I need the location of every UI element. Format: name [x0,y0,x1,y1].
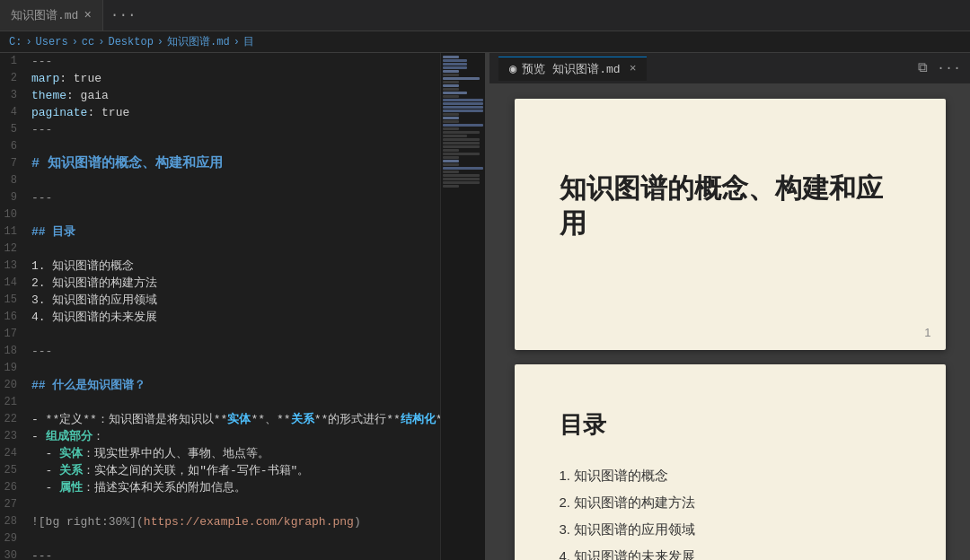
code-line: 19 [0,360,436,377]
line-number: 26 [0,479,31,496]
line-content: 4. 知识图谱的未来发展 [31,309,436,326]
preview-tab[interactable]: ◉ 预览 知识图谱.md × [498,57,647,81]
breadcrumb-sep2: › [72,36,78,48]
preview-more-icon[interactable]: ··· [937,61,961,76]
line-number: 18 [0,343,31,360]
preview-icon: ◉ [509,61,516,76]
slide-section-title: 目录 [560,409,901,441]
line-content: - **定义**：知识图谱是将知识以**实体**、**关系**的形式进行**结构… [31,411,485,428]
line-number: 12 [0,241,31,258]
line-number: 13 [0,258,31,275]
code-line: 6 [0,138,436,155]
line-number: 14 [0,275,31,292]
slide-number: 1 [924,326,930,339]
split-icon[interactable]: ⧉ [918,60,928,76]
slides-area[interactable]: 知识图谱的概念、构建和应用1目录1. 知识图谱的概念2. 知识图谱的构建方法3.… [489,84,970,560]
code-line: 21 [0,394,436,411]
code-line: 7# 知识图谱的概念、构建和应用 [0,155,436,172]
line-number: 10 [0,206,31,223]
code-line: 9--- [0,189,436,206]
line-content: - 实体：现实世界中的人、事物、地点等。 [31,445,436,462]
preview-tab-close[interactable]: × [630,62,637,75]
code-line: 1--- [0,53,436,70]
code-line: 8 [0,172,436,189]
code-line: 23- 组成部分： [0,428,436,445]
breadcrumb-symbol: 目 [243,34,254,49]
breadcrumb-sep4: › [157,36,163,48]
line-number: 7 [0,155,31,172]
code-line: 164. 知识图谱的未来发展 [0,309,436,326]
editor-tab[interactable]: 知识图谱.md × [0,0,103,31]
breadcrumb-users: Users [36,36,68,48]
code-line: 25 - 关系：实体之间的关联，如"作者-写作-书籍"。 [0,462,436,479]
toc-item: 4. 知识图谱的未来发展 [560,543,901,560]
line-content: --- [31,53,436,70]
line-number: 16 [0,309,31,326]
line-number: 2 [0,70,31,87]
code-line: 17 [0,326,436,343]
line-number: 15 [0,292,31,309]
line-number: 8 [0,172,31,189]
breadcrumb-cc: cc [82,36,94,48]
slide-toc: 1. 知识图谱的概念2. 知识图谱的构建方法3. 知识图谱的应用领域4. 知识图… [560,462,901,560]
toc-item: 2. 知识图谱的构建方法 [560,489,901,516]
line-number: 29 [0,530,31,547]
code-line: 28![bg right:30%](https://example.com/kg… [0,513,436,530]
line-number: 3 [0,87,31,104]
slide-card: 知识图谱的概念、构建和应用1 [515,99,946,350]
line-number: 9 [0,189,31,206]
breadcrumb-desktop: Desktop [108,36,153,48]
line-content: --- [31,547,436,560]
minimap [440,53,485,560]
toc-item: 3. 知识图谱的应用领域 [560,516,901,543]
code-line: 142. 知识图谱的构建方法 [0,275,436,292]
tab-group-editor: 知识图谱.md × [0,0,103,31]
line-content: ## 目录 [31,223,436,241]
line-number: 6 [0,138,31,155]
code-line: 131. 知识图谱的概念 [0,258,436,275]
slide-title: 知识图谱的概念、构建和应用 [560,171,901,241]
preview-panel: ◉ 预览 知识图谱.md × ⧉ ··· 知识图谱的概念、构建和应用1目录1. … [489,53,970,560]
breadcrumb-sep3: › [98,36,104,48]
line-number: 17 [0,326,31,343]
code-line: 22- **定义**：知识图谱是将知识以**实体**、**关系**的形式进行**… [0,411,436,428]
line-content: --- [31,343,436,360]
line-content: - 属性：描述实体和关系的附加信息。 [31,479,436,496]
line-content: ## 什么是知识图谱？ [31,377,436,394]
code-line: 5--- [0,121,436,138]
line-content: - 组成部分： [31,428,436,445]
code-line: 24 - 实体：现实世界中的人、事物、地点等。 [0,445,436,462]
preview-header-icons: ⧉ ··· [918,60,961,76]
breadcrumb: C: › Users › cc › Desktop › 知识图谱.md › 目 [0,31,970,53]
preview-tab-label: 预览 知识图谱.md [522,61,620,77]
line-number: 27 [0,496,31,513]
toc-item: 1. 知识图谱的概念 [560,462,901,489]
line-number: 23 [0,428,31,445]
title-bar: 知识图谱.md × ··· [0,0,970,31]
breadcrumb-file: 知识图谱.md [167,34,230,49]
line-number: 19 [0,360,31,377]
line-number: 1 [0,53,31,70]
code-line: 29 [0,530,436,547]
tab-more-button[interactable]: ··· [103,7,144,23]
slide-card: 目录1. 知识图谱的概念2. 知识图谱的构建方法3. 知识图谱的应用领域4. 知… [515,364,946,560]
line-number: 5 [0,121,31,138]
breadcrumb-sep1: › [25,36,31,48]
line-content: 1. 知识图谱的概念 [31,258,436,275]
editor-tab-label: 知识图谱.md [11,7,78,23]
editor-tab-close[interactable]: × [84,8,91,22]
line-content: # 知识图谱的概念、构建和应用 [31,155,436,172]
code-line: 27 [0,496,436,513]
line-content: marp: true [31,70,436,87]
code-line: 153. 知识图谱的应用领域 [0,292,436,309]
line-content: 3. 知识图谱的应用领域 [31,292,436,309]
line-number: 11 [0,223,31,241]
line-number: 21 [0,394,31,411]
line-number: 30 [0,547,31,560]
breadcrumb-c: C: [9,36,22,48]
line-number: 28 [0,513,31,530]
code-line: 11## 目录 [0,223,436,241]
code-line: 12 [0,241,436,258]
code-editor[interactable]: 1---2marp: true3theme: gaia4paginate: tr… [0,53,485,560]
line-content: paginate: true [31,104,436,121]
